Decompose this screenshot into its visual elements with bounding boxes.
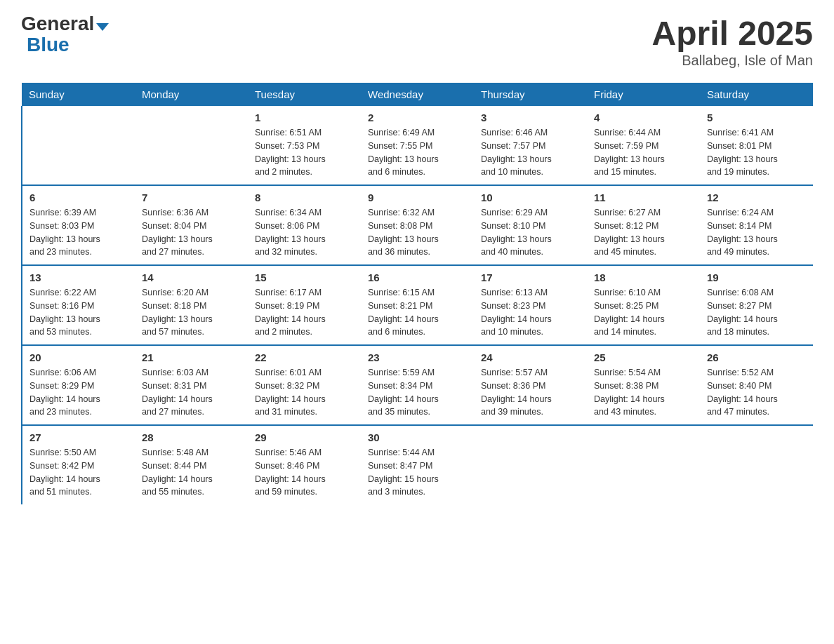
calendar-cell: 8Sunrise: 6:34 AMSunset: 8:06 PMDaylight… (248, 185, 361, 265)
calendar-table: SundayMondayTuesdayWednesdayThursdayFrid… (21, 83, 813, 504)
col-header-friday: Friday (587, 83, 700, 106)
calendar-cell (135, 106, 248, 185)
calendar-cell: 17Sunrise: 6:13 AMSunset: 8:23 PMDayligh… (474, 265, 587, 345)
day-info: Sunrise: 5:50 AMSunset: 8:42 PMDaylight:… (29, 446, 128, 499)
day-info: Sunrise: 6:39 AMSunset: 8:03 PMDaylight:… (29, 206, 128, 259)
day-number: 9 (368, 192, 467, 203)
day-number: 19 (707, 271, 806, 283)
day-number: 21 (142, 351, 241, 363)
day-info: Sunrise: 6:51 AMSunset: 7:53 PMDaylight:… (255, 126, 354, 179)
day-info: Sunrise: 6:08 AMSunset: 8:27 PMDaylight:… (707, 286, 806, 339)
day-number: 8 (255, 192, 354, 203)
calendar-cell: 18Sunrise: 6:10 AMSunset: 8:25 PMDayligh… (587, 265, 700, 345)
day-info: Sunrise: 5:59 AMSunset: 8:34 PMDaylight:… (368, 366, 467, 419)
calendar-cell: 27Sunrise: 5:50 AMSunset: 8:42 PMDayligh… (22, 425, 135, 504)
day-number: 10 (481, 192, 580, 203)
calendar-cell (474, 425, 587, 504)
day-info: Sunrise: 6:29 AMSunset: 8:10 PMDaylight:… (481, 206, 580, 259)
day-number: 17 (481, 271, 580, 283)
day-number: 13 (29, 271, 128, 283)
calendar-cell: 24Sunrise: 5:57 AMSunset: 8:36 PMDayligh… (474, 345, 587, 425)
calendar-cell (22, 106, 135, 185)
calendar-cell: 30Sunrise: 5:44 AMSunset: 8:47 PMDayligh… (361, 425, 474, 504)
day-number: 30 (368, 431, 467, 443)
calendar-week-row: 27Sunrise: 5:50 AMSunset: 8:42 PMDayligh… (22, 425, 813, 504)
day-info: Sunrise: 5:54 AMSunset: 8:38 PMDaylight:… (594, 366, 693, 419)
calendar-week-row: 1Sunrise: 6:51 AMSunset: 7:53 PMDaylight… (22, 106, 813, 185)
col-header-thursday: Thursday (474, 83, 587, 106)
location-subtitle: Ballabeg, Isle of Man (652, 53, 813, 69)
day-number: 29 (255, 431, 354, 443)
day-number: 1 (255, 112, 354, 123)
day-number: 5 (707, 112, 806, 123)
col-header-monday: Monday (135, 83, 248, 106)
day-number: 22 (255, 351, 354, 363)
day-info: Sunrise: 6:13 AMSunset: 8:23 PMDaylight:… (481, 286, 580, 339)
title-block: April 2025 Ballabeg, Isle of Man (652, 14, 813, 69)
day-info: Sunrise: 5:57 AMSunset: 8:36 PMDaylight:… (481, 366, 580, 419)
calendar-week-row: 13Sunrise: 6:22 AMSunset: 8:16 PMDayligh… (22, 265, 813, 345)
calendar-cell: 19Sunrise: 6:08 AMSunset: 8:27 PMDayligh… (700, 265, 813, 345)
day-info: Sunrise: 6:44 AMSunset: 7:59 PMDaylight:… (594, 126, 693, 179)
calendar-cell: 4Sunrise: 6:44 AMSunset: 7:59 PMDaylight… (587, 106, 700, 185)
page-header: General Blue April 2025 Ballabeg, Isle o… (21, 14, 813, 69)
calendar-cell: 14Sunrise: 6:20 AMSunset: 8:18 PMDayligh… (135, 265, 248, 345)
calendar-cell: 3Sunrise: 6:46 AMSunset: 7:57 PMDaylight… (474, 106, 587, 185)
calendar-cell: 7Sunrise: 6:36 AMSunset: 8:04 PMDaylight… (135, 185, 248, 265)
day-number: 26 (707, 351, 806, 363)
day-number: 4 (594, 112, 693, 123)
day-info: Sunrise: 6:03 AMSunset: 8:31 PMDaylight:… (142, 366, 241, 419)
day-info: Sunrise: 6:20 AMSunset: 8:18 PMDaylight:… (142, 286, 241, 339)
day-info: Sunrise: 6:34 AMSunset: 8:06 PMDaylight:… (255, 206, 354, 259)
calendar-cell: 13Sunrise: 6:22 AMSunset: 8:16 PMDayligh… (22, 265, 135, 345)
day-number: 25 (594, 351, 693, 363)
day-number: 23 (368, 351, 467, 363)
calendar-header-row: SundayMondayTuesdayWednesdayThursdayFrid… (22, 83, 813, 106)
day-number: 27 (29, 431, 128, 443)
calendar-cell: 15Sunrise: 6:17 AMSunset: 8:19 PMDayligh… (248, 265, 361, 345)
day-number: 11 (594, 192, 693, 203)
day-number: 24 (481, 351, 580, 363)
col-header-wednesday: Wednesday (361, 83, 474, 106)
calendar-cell: 23Sunrise: 5:59 AMSunset: 8:34 PMDayligh… (361, 345, 474, 425)
logo-arrow-icon (96, 23, 109, 31)
day-info: Sunrise: 6:46 AMSunset: 7:57 PMDaylight:… (481, 126, 580, 179)
calendar-cell: 1Sunrise: 6:51 AMSunset: 7:53 PMDaylight… (248, 106, 361, 185)
day-info: Sunrise: 5:52 AMSunset: 8:40 PMDaylight:… (707, 366, 806, 419)
calendar-cell: 22Sunrise: 6:01 AMSunset: 8:32 PMDayligh… (248, 345, 361, 425)
calendar-cell: 16Sunrise: 6:15 AMSunset: 8:21 PMDayligh… (361, 265, 474, 345)
calendar-cell: 12Sunrise: 6:24 AMSunset: 8:14 PMDayligh… (700, 185, 813, 265)
calendar-cell: 5Sunrise: 6:41 AMSunset: 8:01 PMDaylight… (700, 106, 813, 185)
day-info: Sunrise: 6:06 AMSunset: 8:29 PMDaylight:… (29, 366, 128, 419)
day-info: Sunrise: 5:44 AMSunset: 8:47 PMDaylight:… (368, 446, 467, 499)
calendar-cell: 9Sunrise: 6:32 AMSunset: 8:08 PMDaylight… (361, 185, 474, 265)
calendar-cell: 25Sunrise: 5:54 AMSunset: 8:38 PMDayligh… (587, 345, 700, 425)
day-number: 15 (255, 271, 354, 283)
day-info: Sunrise: 5:48 AMSunset: 8:44 PMDaylight:… (142, 446, 241, 499)
day-number: 12 (707, 192, 806, 203)
day-info: Sunrise: 6:32 AMSunset: 8:08 PMDaylight:… (368, 206, 467, 259)
day-info: Sunrise: 6:27 AMSunset: 8:12 PMDaylight:… (594, 206, 693, 259)
day-info: Sunrise: 6:17 AMSunset: 8:19 PMDaylight:… (255, 286, 354, 339)
day-info: Sunrise: 6:41 AMSunset: 8:01 PMDaylight:… (707, 126, 806, 179)
logo: General Blue (21, 14, 109, 56)
day-info: Sunrise: 6:22 AMSunset: 8:16 PMDaylight:… (29, 286, 128, 339)
calendar-week-row: 20Sunrise: 6:06 AMSunset: 8:29 PMDayligh… (22, 345, 813, 425)
calendar-week-row: 6Sunrise: 6:39 AMSunset: 8:03 PMDaylight… (22, 185, 813, 265)
month-year-title: April 2025 (652, 14, 813, 53)
day-number: 14 (142, 271, 241, 283)
calendar-cell (587, 425, 700, 504)
day-info: Sunrise: 6:15 AMSunset: 8:21 PMDaylight:… (368, 286, 467, 339)
calendar-cell: 11Sunrise: 6:27 AMSunset: 8:12 PMDayligh… (587, 185, 700, 265)
day-info: Sunrise: 6:10 AMSunset: 8:25 PMDaylight:… (594, 286, 693, 339)
day-info: Sunrise: 5:46 AMSunset: 8:46 PMDaylight:… (255, 446, 354, 499)
day-info: Sunrise: 6:49 AMSunset: 7:55 PMDaylight:… (368, 126, 467, 179)
calendar-cell: 29Sunrise: 5:46 AMSunset: 8:46 PMDayligh… (248, 425, 361, 504)
day-number: 7 (142, 192, 241, 203)
calendar-cell: 21Sunrise: 6:03 AMSunset: 8:31 PMDayligh… (135, 345, 248, 425)
col-header-tuesday: Tuesday (248, 83, 361, 106)
day-info: Sunrise: 6:36 AMSunset: 8:04 PMDaylight:… (142, 206, 241, 259)
col-header-saturday: Saturday (700, 83, 813, 106)
day-number: 6 (29, 192, 128, 203)
calendar-cell: 2Sunrise: 6:49 AMSunset: 7:55 PMDaylight… (361, 106, 474, 185)
